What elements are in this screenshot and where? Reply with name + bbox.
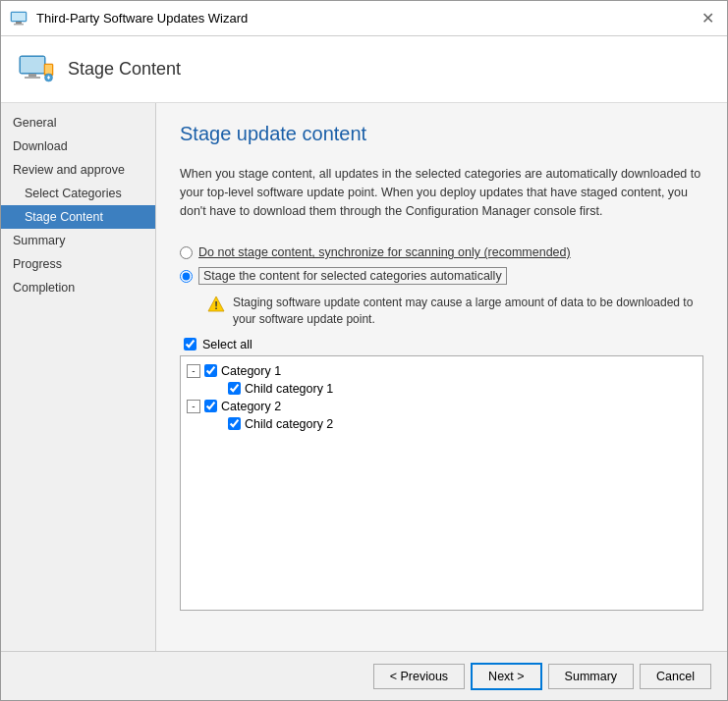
svg-rect-3 — [12, 13, 26, 21]
sidebar-item-select-categories[interactable]: Select Categories — [1, 182, 155, 205]
tree-item-cat2: - Category 2 — [187, 398, 697, 415]
sidebar-item-completion[interactable]: Completion — [1, 276, 155, 299]
tree-expand-cat2[interactable]: - — [187, 400, 200, 413]
warning-box: ! Staging software update content may ca… — [207, 295, 703, 328]
tree-label-child-cat1: Child category 1 — [245, 382, 333, 396]
svg-rect-6 — [28, 74, 36, 77]
svg-rect-7 — [25, 77, 40, 79]
previous-button[interactable]: < Previous — [373, 664, 465, 689]
tree-item-child-cat2: Child category 2 — [210, 415, 697, 433]
select-all-row: Select all — [184, 338, 703, 351]
cancel-button[interactable]: Cancel — [640, 664, 711, 689]
tree-label-child-cat2: Child category 2 — [245, 417, 333, 431]
radio-option-2: Stage the content for selected categorie… — [180, 267, 703, 285]
wizard-window: Third-Party Software Updates Wizard ✕ St… — [0, 0, 728, 701]
tree-expand-cat1[interactable]: - — [187, 364, 200, 378]
radio-no-stage-label: Do not stage content, synchronize for sc… — [198, 245, 571, 259]
tree-label-cat2: Category 2 — [221, 400, 281, 413]
checkbox-cat1[interactable] — [204, 364, 217, 377]
svg-text:!: ! — [214, 299, 218, 311]
tree-label-cat1: Category 1 — [221, 364, 281, 378]
select-all-checkbox[interactable] — [184, 338, 196, 350]
checkbox-child-cat2[interactable] — [228, 417, 241, 430]
main-content: Stage update content When you stage cont… — [156, 103, 727, 651]
radio-option-1: Do not stage content, synchronize for sc… — [180, 245, 703, 259]
svg-rect-9 — [45, 65, 52, 74]
title-bar-text: Third-Party Software Updates Wizard — [36, 11, 248, 26]
title-bar-left: Third-Party Software Updates Wizard — [9, 9, 248, 28]
next-button[interactable]: Next > — [471, 663, 541, 690]
header-icon — [17, 50, 56, 89]
sidebar-item-progress[interactable]: Progress — [1, 252, 155, 276]
svg-rect-2 — [14, 24, 24, 26]
radio-stage-auto-label: Stage the content for selected categorie… — [198, 267, 507, 285]
header-area: Stage Content — [1, 36, 727, 103]
tree-item-cat1: - Category 1 — [187, 362, 697, 380]
title-bar-icon — [9, 9, 28, 28]
radio-no-stage[interactable] — [180, 246, 193, 259]
sidebar-item-general[interactable]: General — [1, 111, 155, 135]
svg-rect-5 — [21, 57, 44, 73]
sidebar-item-download[interactable]: Download — [1, 135, 155, 158]
summary-button[interactable]: Summary — [548, 664, 634, 689]
sidebar-item-review-approve[interactable]: Review and approve — [1, 158, 155, 182]
header-title: Stage Content — [68, 59, 181, 80]
close-button[interactable]: ✕ — [696, 7, 719, 30]
select-all-label: Select all — [202, 338, 252, 351]
warning-text: Staging software update content may caus… — [233, 295, 703, 328]
sidebar-item-stage-content[interactable]: Stage Content — [1, 205, 155, 229]
page-title: Stage update content — [180, 123, 703, 145]
svg-rect-1 — [16, 22, 22, 24]
tree-container: - Category 1 Child category 1 - Category… — [180, 355, 703, 611]
description-text: When you stage content, all updates in t… — [180, 165, 703, 228]
content-area: General Download Review and approve Sele… — [1, 103, 727, 651]
tree-item-child-cat1: Child category 1 — [210, 380, 697, 398]
radio-stage-auto[interactable] — [180, 270, 193, 283]
sidebar: General Download Review and approve Sele… — [1, 103, 156, 651]
sidebar-item-summary[interactable]: Summary — [1, 229, 155, 252]
title-bar: Third-Party Software Updates Wizard ✕ — [1, 1, 727, 36]
checkbox-child-cat1[interactable] — [228, 382, 241, 395]
footer: < Previous Next > Summary Cancel — [1, 651, 727, 700]
checkbox-cat2[interactable] — [204, 400, 217, 412]
warning-icon: ! — [207, 296, 225, 313]
